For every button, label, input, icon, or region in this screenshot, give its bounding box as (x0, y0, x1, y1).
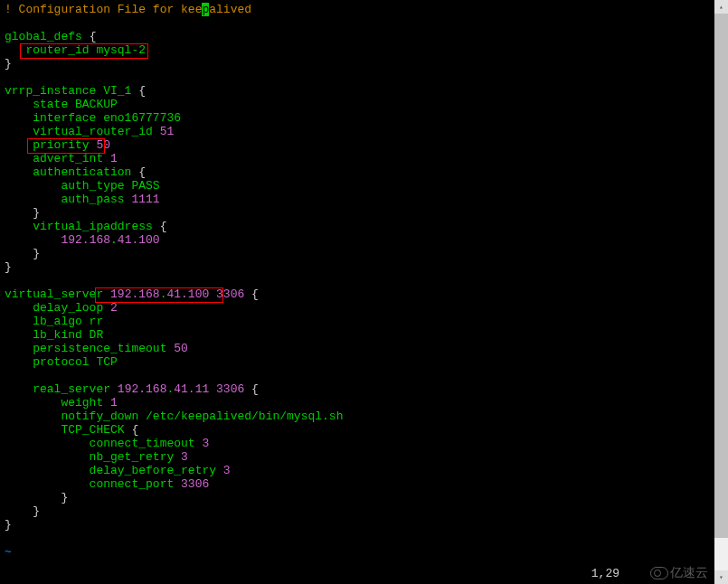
cloud-icon (650, 567, 668, 579)
code-token: global_defs (5, 30, 90, 43)
code-token: notify_down /etc/keepalived/bin/mysql.sh (5, 410, 343, 423)
code-line: state BACKUP (5, 98, 723, 111)
code-token: } (5, 518, 12, 532)
editor-viewport[interactable]: ! Configuration File for keepalived glob… (0, 0, 728, 561)
code-token: state BACKUP (5, 98, 118, 111)
code-line: delay_loop 2 (5, 301, 723, 315)
code-line: virtual_server 192.168.41.100 3306 { (5, 287, 723, 301)
code-token: } (33, 247, 40, 260)
code-line: lb_kind DR (5, 328, 723, 342)
code-token: advert_int (5, 152, 110, 165)
code-token: lb_kind DR (5, 328, 103, 342)
code-token: . (110, 233, 118, 247)
code-token: 50 (96, 138, 110, 152)
code-token: TCP_CHECK (5, 423, 131, 437)
code-token (5, 504, 33, 518)
code-token: virtual_router_id (5, 125, 160, 138)
code-token: } (33, 504, 40, 518)
scroll-down-arrow[interactable]: ▾ (714, 570, 728, 584)
scrollbar-thumb[interactable] (714, 14, 728, 538)
code-line: weight 1 (5, 396, 723, 410)
scroll-up-arrow[interactable]: ▴ (714, 0, 728, 14)
code-line (5, 71, 723, 84)
watermark-text: 亿速云 (670, 566, 708, 579)
code-line: connect_timeout 3 (5, 437, 723, 450)
code-token: { (251, 382, 259, 396)
code-token: protocol TCP (5, 355, 118, 369)
code-line: delay_before_retry 3 (5, 464, 723, 477)
code-token: 3306 (181, 477, 209, 491)
code-token: interface eno16777736 (5, 111, 181, 125)
code-token: 1111 (131, 193, 159, 206)
code-line (5, 274, 723, 287)
code-token (244, 382, 251, 396)
code-line: global_defs { (5, 30, 723, 43)
vertical-scrollbar[interactable]: ▴ ▾ (714, 0, 728, 584)
code-token (5, 206, 33, 220)
code-token: auth_type PASS (5, 179, 160, 193)
code-line: } (5, 518, 723, 532)
code-token: 192.168 (61, 233, 110, 247)
code-line: persistence_timeout 50 (5, 342, 723, 355)
code-token: vrrp_instance VI_1 (5, 84, 138, 98)
code-token: } (61, 491, 68, 504)
code-token: virtual_server (5, 287, 110, 301)
code-token: priority (5, 138, 96, 152)
code-line: protocol TCP (5, 355, 723, 369)
code-line: nb_get_retry 3 (5, 450, 723, 464)
watermark: 亿速云 (650, 566, 708, 579)
code-line: ! Configuration File for keepalived (5, 3, 723, 16)
code-token: delay_before_retry (5, 464, 223, 477)
code-token: connect_timeout (5, 437, 202, 450)
code-token: router_id mysql-2 (5, 43, 146, 57)
code-token: 192.168 (118, 382, 167, 396)
code-token: } (5, 260, 12, 274)
code-token (244, 287, 251, 301)
code-token: 51 (160, 125, 175, 138)
code-line: interface eno16777736 (5, 111, 723, 125)
code-line: ~ (5, 545, 723, 559)
code-token: authentication (5, 165, 138, 179)
code-token: persistence_timeout (5, 342, 174, 355)
code-token: { (138, 165, 146, 179)
code-token: 2 (110, 301, 118, 315)
code-line: real_server 192.168.41.11 3306 { (5, 382, 723, 396)
code-token: virtual_ipaddress (5, 220, 160, 233)
code-token: nb_get_retry (5, 450, 181, 464)
code-token: 41.100 (118, 233, 160, 247)
code-line: priority 50 (5, 138, 723, 152)
code-token: 3306 (209, 382, 244, 396)
code-token: weight (5, 396, 110, 410)
code-token: connect_port (5, 477, 181, 491)
code-token: 1 (110, 152, 118, 165)
code-token: } (5, 57, 12, 71)
code-token: auth_pass (5, 193, 131, 206)
code-line: } (5, 57, 723, 71)
code-token: { (90, 30, 97, 43)
code-token: 41.100 (166, 287, 209, 301)
code-line: } (5, 247, 723, 260)
code-line: virtual_router_id 51 (5, 125, 723, 138)
code-line: lb_algo rr (5, 315, 723, 328)
code-token: 3 (223, 464, 231, 477)
code-line: notify_down /etc/keepalived/bin/mysql.sh (5, 410, 723, 423)
code-line: auth_pass 1111 (5, 193, 723, 206)
code-token: ~ (5, 545, 12, 559)
code-line: advert_int 1 (5, 152, 723, 165)
code-token: 192.168 (110, 287, 160, 301)
code-line: authentication { (5, 165, 723, 179)
code-token: { (131, 423, 138, 437)
code-token: 1 (110, 396, 118, 410)
code-token (5, 491, 61, 504)
cursor-position-status: 1,29 (591, 567, 619, 580)
code-token: 3306 (209, 287, 244, 301)
code-token (5, 247, 33, 260)
code-token: { (138, 84, 146, 98)
code-line: } (5, 491, 723, 504)
code-token: 3 (202, 437, 209, 450)
code-token: 41.11 (174, 382, 209, 396)
code-token: lb_algo rr (5, 315, 103, 328)
code-token (5, 233, 61, 247)
code-token: real_server (5, 382, 118, 396)
code-line (5, 532, 723, 545)
